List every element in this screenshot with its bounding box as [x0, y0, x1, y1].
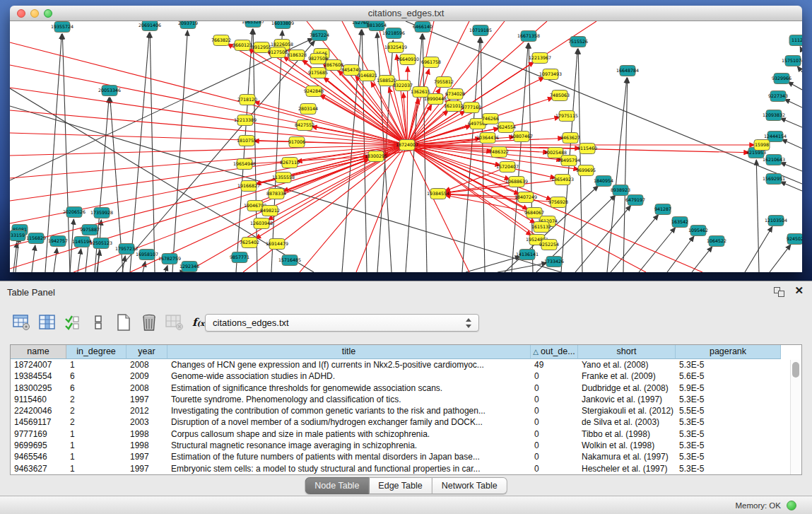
graph-node-label: 17975115: [555, 113, 578, 118]
graph-node-label: 1733426: [544, 259, 564, 264]
graph-node-label: 7485063: [550, 93, 570, 98]
graph-nodes[interactable]: 1935572420691406209371910653287160338097…: [10, 21, 802, 272]
table-row[interactable]: 2242004622012Investigating the contribut…: [11, 405, 801, 416]
table-vertical-scrollbar[interactable]: [790, 360, 801, 474]
table-cell: Structural magnetic resonance image aver…: [167, 440, 531, 451]
sort-ascending-icon: △: [533, 348, 539, 356]
table-cell: Hescheler et al. (1997): [578, 463, 676, 474]
graph-node-label: 20053346: [98, 88, 121, 93]
table-cell: 1: [66, 463, 126, 474]
graph-node-label: 12213967: [529, 55, 551, 60]
window-titlebar[interactable]: citations_edges.txt: [10, 6, 802, 21]
graph-node-label: 1145194: [72, 239, 92, 244]
table-cell: 22420046: [11, 405, 66, 416]
table-cell: 5.5E-5: [676, 405, 781, 416]
scrollbar-thumb[interactable]: [792, 362, 799, 378]
table-cell: 49: [531, 359, 578, 370]
graph-node-label: 9115460: [577, 146, 597, 151]
table-row[interactable]: 977716911998Corpus callosum shape and si…: [11, 428, 801, 440]
delete-table-icon[interactable]: [139, 312, 160, 333]
column-header-pagerank[interactable]: pagerank: [676, 345, 781, 359]
graph-node-label: 9252254: [539, 242, 559, 247]
column-header-in-degree[interactable]: in_degree: [66, 345, 126, 359]
graph-node-label: 7486322: [489, 149, 509, 154]
table-row[interactable]: 1456911722003Disruption of a novel membe…: [11, 416, 801, 428]
delete-column-icon[interactable]: [164, 312, 185, 333]
table-cell: Yano et al. (2008): [578, 359, 676, 370]
table-cell: Nakamura et al. (1997): [578, 451, 676, 462]
table-row[interactable]: 1872400712008Changes of HCN gene express…: [11, 359, 801, 370]
table-row[interactable]: 911546021997Tourette syndrome. Phenomeno…: [11, 394, 801, 405]
float-panel-icon[interactable]: [774, 287, 785, 298]
table-cell: 2012: [126, 405, 167, 416]
float-panel-icon-part: [778, 291, 784, 297]
new-table-icon[interactable]: [113, 312, 134, 333]
tab-network-table[interactable]: Network Table: [433, 477, 507, 494]
graph-node-label: 16640910: [396, 57, 419, 62]
table-row[interactable]: 1830029562008Estimation of significance …: [11, 382, 801, 394]
table-cell: 0: [531, 394, 578, 405]
table-settings-icon[interactable]: [11, 312, 33, 333]
graph-node-label: 12093832: [763, 112, 785, 117]
graph-node-label: 33159: [11, 233, 25, 238]
tab-node-table[interactable]: Node Table: [305, 477, 369, 494]
graph-node-label: 9175685: [308, 70, 328, 75]
graph-node-label: 18325419: [384, 45, 407, 49]
table-cell: 6: [66, 370, 126, 382]
graph-node-label: 2718120: [237, 97, 257, 102]
table-source-dropdown[interactable]: citations_edges.txt: [205, 314, 479, 332]
column-header-title[interactable]: title: [167, 345, 531, 359]
graph-node-label: 1615132: [531, 224, 551, 229]
graph-node-label: 7857224: [310, 33, 329, 37]
table-cell: 14569117: [11, 416, 66, 428]
graph-node-label: 20364436: [476, 135, 499, 140]
graph-node-label: 9827508: [308, 56, 328, 61]
graph-node-label: 8215953: [746, 150, 766, 155]
table-cell: 2008: [126, 382, 167, 394]
graph-node-label: 10688639: [505, 179, 528, 184]
table-row[interactable]: 1938455462009Genome-wide association stu…: [11, 370, 801, 382]
graph-node-label: 9463627: [560, 135, 580, 140]
table-cell: 2: [66, 416, 126, 428]
table-row[interactable]: 946362711997Embryonic stem cells: a mode…: [11, 463, 801, 474]
column-header-year[interactable]: year: [126, 345, 167, 359]
graph-node-label: 15751074: [782, 58, 802, 63]
table-cell: 5.3E-5: [676, 440, 781, 451]
row-height-icon[interactable]: [88, 312, 109, 333]
table-source-value: citations_edges.txt: [213, 317, 289, 328]
close-icon[interactable]: ✕: [794, 284, 804, 297]
select-columns-icon[interactable]: [62, 312, 83, 333]
graph-node-label: 17359928: [90, 210, 113, 215]
tab-edge-table[interactable]: Edge Table: [369, 477, 432, 494]
memory-ok-indicator: [787, 501, 796, 510]
graph-node-label: 20691406: [139, 23, 161, 28]
show-columns-icon[interactable]: [37, 312, 58, 333]
graph-node-label: 18300295: [365, 153, 387, 158]
graph-node-label: 941287: [654, 206, 671, 211]
table-cell: 1998: [126, 440, 167, 451]
graph-node-label: 8912955: [252, 45, 271, 49]
table-panel-title: Table Panel: [7, 287, 55, 298]
table-cell: 0: [531, 405, 578, 416]
table-cell: 5.3E-5: [676, 451, 781, 462]
table-row[interactable]: 946554611997Estimation of the future num…: [11, 451, 801, 462]
graph-node-label: 7625402: [240, 240, 259, 245]
table-cell: 0: [531, 382, 578, 394]
graph-node-label: 7515526: [568, 39, 588, 44]
graph-node-label: 1588520: [377, 78, 396, 83]
column-header-short[interactable]: short: [578, 345, 676, 359]
network-graph-canvas[interactable]: 1935572420691406209371910653287160338097…: [10, 21, 802, 272]
graph-node-label: 8813054: [367, 23, 387, 28]
graph-node-label: 18495794: [558, 158, 580, 163]
graph-node-label: 16782759: [158, 256, 181, 261]
table-cell: 9465546: [11, 451, 66, 462]
table-cell: 2008: [126, 359, 167, 370]
table-cell: 5.6E-5: [676, 370, 781, 382]
column-header-name[interactable]: name: [11, 345, 66, 359]
column-header-out-de-[interactable]: △out_de...: [531, 345, 578, 359]
graph-node-label: 9857771: [230, 255, 249, 259]
graph-node-label: 8938923: [611, 187, 630, 192]
table-row[interactable]: 969969511998Structural magnetic resonanc…: [11, 440, 801, 451]
table-cell: 5.3E-5: [676, 463, 781, 474]
graph-node-label: 2803144: [298, 106, 318, 111]
